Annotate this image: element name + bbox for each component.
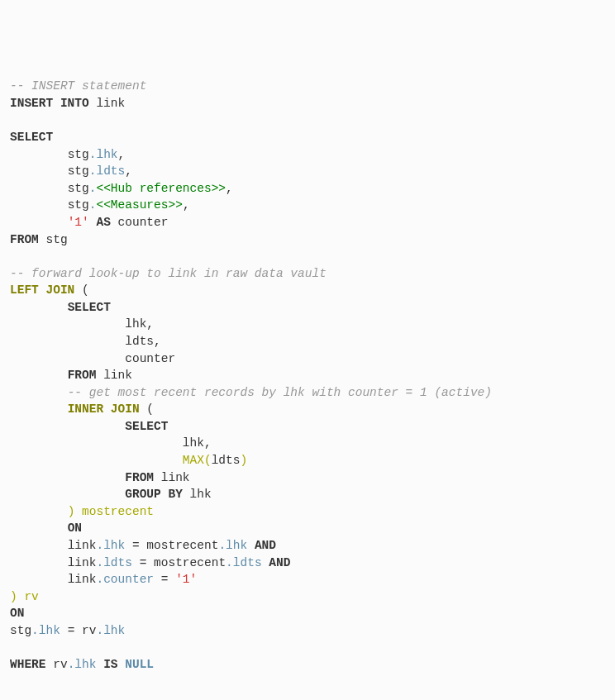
alias-stg: stg [68, 182, 89, 195]
comma: , [204, 436, 212, 450]
ident-rv: rv [82, 624, 96, 637]
comma: , [125, 164, 132, 178]
field-lhk: lhk [183, 436, 204, 450]
keyword-is: IS [103, 658, 117, 671]
comment-line: -- get most recent records by lhk with c… [68, 386, 492, 399]
open-paren: ( [204, 454, 212, 467]
comment-line: -- INSERT statement [10, 79, 146, 93]
alias-stg: stg [68, 148, 89, 161]
ident-link: link [68, 573, 97, 586]
comma: , [146, 317, 154, 331]
keyword-from: FROM [68, 369, 97, 382]
close-paren: ) [10, 590, 17, 603]
keyword-null: NULL [125, 658, 154, 671]
op-equals: = [140, 556, 147, 569]
alias-mostrecent: mostrecent [82, 505, 154, 518]
template-close: >> [168, 198, 182, 212]
keyword-left-join: LEFT JOIN [10, 283, 74, 297]
dot: . [226, 556, 233, 569]
dot: . [96, 539, 103, 552]
keyword-insert: INSERT INTO [10, 97, 89, 110]
template-close: >> [212, 182, 226, 195]
dot: . [96, 624, 103, 637]
keyword-group-by: GROUP BY [125, 488, 183, 501]
ident-stg: stg [10, 624, 31, 637]
open-paren: ( [146, 402, 154, 416]
field-ldts: ldts [125, 335, 154, 348]
template-open: << [96, 198, 110, 212]
keyword-select: SELECT [68, 301, 111, 314]
keyword-where: WHERE [10, 658, 46, 671]
ident-link: link [68, 556, 97, 569]
sql-code-block: -- INSERT statement INSERT INTO link SEL… [10, 78, 605, 673]
string-literal: '1' [175, 573, 197, 586]
field-lhk: lhk [103, 539, 125, 552]
ident-link: link [68, 539, 97, 552]
keyword-on: ON [68, 521, 82, 535]
comment-line: -- forward look-up to link in raw data v… [10, 267, 327, 280]
dot: . [96, 573, 103, 586]
field-ldts: ldts [233, 556, 262, 569]
template-open: << [96, 182, 110, 195]
table-link: link [161, 471, 190, 484]
keyword-and: AND [269, 556, 290, 569]
comma: , [154, 335, 161, 348]
op-equals: = [132, 539, 140, 552]
keyword-from: FROM [10, 233, 39, 246]
open-paren: ( [82, 283, 89, 297]
ident-rv: rv [53, 658, 67, 671]
table-name: link [96, 97, 125, 110]
op-equals: = [161, 573, 169, 586]
comma: , [226, 182, 233, 195]
keyword-from: FROM [125, 471, 154, 484]
keyword-as: AS [96, 216, 110, 229]
field-lhk: lhk [96, 148, 117, 161]
ident-mostrecent: mostrecent [154, 556, 226, 569]
keyword-select: SELECT [125, 420, 168, 433]
field-lhk: lhk [226, 539, 247, 552]
alias-counter: counter [118, 216, 169, 229]
field-ldts: ldts [103, 556, 132, 569]
field-lhk: lhk [39, 624, 60, 637]
template-hub-refs: Hub references [111, 182, 212, 195]
table-link: link [103, 369, 132, 382]
dot: . [218, 539, 226, 552]
field-ldts: ldts [212, 454, 241, 467]
comma: , [118, 148, 126, 161]
alias-rv: rv [24, 590, 38, 603]
template-measures: Measures [111, 198, 169, 212]
field-ldts: ldts [96, 164, 125, 178]
dot: . [96, 556, 103, 569]
field-counter: counter [125, 352, 175, 365]
field-lhk: lhk [74, 658, 96, 671]
alias-stg: stg [68, 198, 89, 212]
alias-stg: stg [68, 164, 89, 178]
field-lhk: lhk [103, 624, 125, 637]
string-literal: '1' [68, 216, 89, 229]
keyword-and: AND [255, 539, 276, 552]
keyword-on: ON [10, 607, 24, 620]
field-counter: counter [103, 573, 154, 586]
comma: , [183, 198, 190, 212]
keyword-select: SELECT [10, 131, 53, 144]
field-lhk: lhk [125, 317, 146, 331]
ident-mostrecent: mostrecent [146, 539, 218, 552]
dot: . [31, 624, 39, 637]
keyword-inner-join: INNER JOIN [68, 402, 140, 416]
function-max: MAX [183, 454, 204, 467]
close-paren: ) [240, 454, 247, 467]
op-equals: = [68, 624, 75, 637]
close-paren: ) [68, 505, 75, 518]
field-lhk: lhk [190, 488, 212, 501]
table-stg: stg [46, 233, 68, 246]
